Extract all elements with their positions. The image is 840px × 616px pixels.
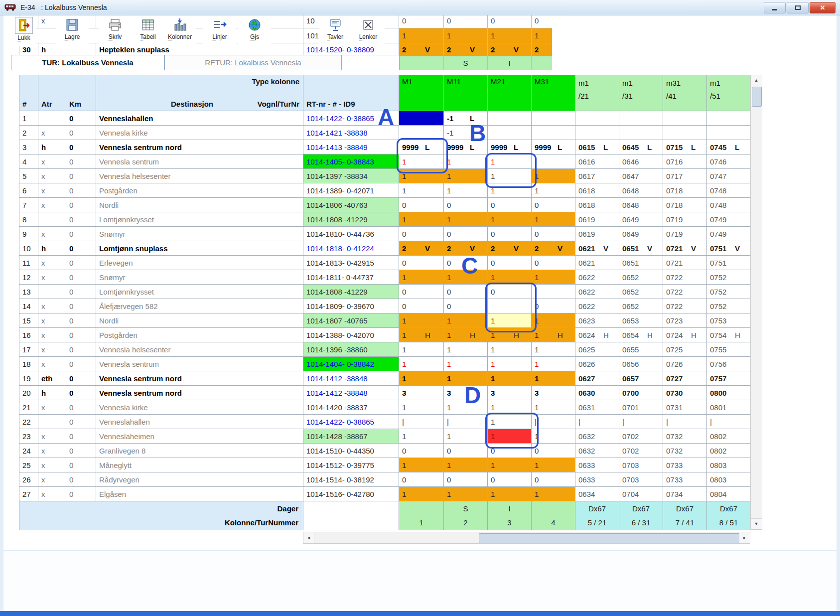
km-cell[interactable]: 0	[66, 458, 96, 472]
row-number-cell[interactable]: 6	[19, 183, 38, 198]
rt-id-cell[interactable]: 1014-1806 -40763	[303, 198, 399, 212]
attribute-cell[interactable]	[38, 111, 66, 126]
column-value-cell[interactable]: 0	[444, 285, 488, 299]
time-cell[interactable]: 0745L	[707, 140, 751, 154]
attribute-cell[interactable]: x	[38, 487, 66, 501]
destination-cell[interactable]: Postgården	[96, 183, 303, 198]
column-value-cell[interactable]: 1	[399, 313, 444, 328]
attribute-cell[interactable]	[38, 415, 66, 429]
column-value-cell[interactable]: 1	[444, 458, 488, 472]
time-cell[interactable]: 0624H	[575, 328, 619, 342]
time-cell[interactable]: 0645L	[619, 140, 663, 154]
km-cell[interactable]: 0	[66, 415, 96, 429]
attribute-cell[interactable]: x	[38, 299, 66, 313]
row-number-cell[interactable]: 4	[19, 154, 38, 169]
column-value-cell[interactable]: 0	[399, 256, 444, 270]
time-cell[interactable]: 0646	[619, 154, 663, 169]
column-value-cell[interactable]: 1	[532, 487, 575, 501]
rt-id-cell[interactable]: 1014-1412 -38848	[303, 386, 399, 400]
column-value-cell[interactable]: 0	[488, 198, 532, 212]
row-number-cell[interactable]: 25	[19, 458, 38, 472]
row-number-cell[interactable]: 12	[19, 270, 38, 285]
row-number-cell[interactable]: 17	[19, 342, 38, 357]
km-cell[interactable]: 0	[66, 299, 96, 313]
col-header-m31-41[interactable]: m31/41	[663, 75, 707, 111]
footer-column-number-cell[interactable]: 4	[532, 516, 575, 530]
attribute-cell[interactable]: eth	[38, 371, 66, 386]
time-cell[interactable]: 0748	[707, 183, 751, 198]
time-cell[interactable]	[663, 126, 707, 140]
column-value-cell[interactable]: 0	[488, 256, 532, 270]
column-value-cell[interactable]: 1	[532, 169, 575, 183]
column-value-cell[interactable]	[532, 111, 575, 126]
time-cell[interactable]: |	[663, 415, 707, 429]
km-cell[interactable]: 0	[66, 342, 96, 357]
destination-cell[interactable]: Venneslaheimen	[96, 429, 303, 444]
col-header-m1-31[interactable]: m1/31	[619, 75, 663, 111]
column-value-cell[interactable]: 1	[399, 429, 444, 444]
column-value-cell[interactable]: 0	[532, 444, 575, 458]
time-cell[interactable]: 0651	[619, 256, 663, 270]
time-cell[interactable]: 0733	[663, 458, 707, 472]
km-cell[interactable]: 0	[66, 169, 96, 183]
rt-id-cell[interactable]: 1014-1428 -38867	[303, 429, 399, 444]
row-number-cell[interactable]: 22	[19, 415, 38, 429]
rt-id-cell[interactable]: 1014-1813- 0-42915	[303, 256, 399, 270]
column-value-cell[interactable]: 1	[444, 487, 488, 501]
time-cell[interactable]: 0649	[619, 227, 663, 241]
tavler-button[interactable]: Tavler	[319, 17, 352, 46]
time-cell[interactable]: 0718	[663, 198, 707, 212]
time-cell[interactable]: 0717	[663, 169, 707, 183]
column-value-cell[interactable]: 1	[488, 212, 532, 227]
time-cell[interactable]: 0732	[663, 444, 707, 458]
destination-cell[interactable]: Nordli	[96, 198, 303, 212]
linjer-button[interactable]: Linjer	[203, 17, 236, 46]
rt-id-cell[interactable]: 1014-1510- 0-44350	[303, 444, 399, 458]
time-cell[interactable]: 0649	[619, 212, 663, 227]
destination-cell[interactable]: Vennesla kirke	[96, 400, 303, 415]
attribute-cell[interactable]: x	[38, 270, 66, 285]
row-number-cell[interactable]: 27	[19, 487, 38, 501]
rt-id-cell[interactable]: 1014-1413 -38849	[303, 140, 399, 154]
column-value-cell[interactable]: 1	[444, 169, 488, 183]
time-cell[interactable]: 0622	[575, 299, 619, 313]
rt-id-cell[interactable]: 1014-1404- 0-38842	[303, 357, 399, 371]
col-header-M31[interactable]: M31	[532, 75, 575, 111]
column-value-cell[interactable]: 0	[444, 299, 488, 313]
horizontal-scroll-thumb[interactable]	[479, 533, 740, 543]
column-value-cell[interactable]: 2V	[399, 241, 444, 256]
scroll-left-button[interactable]: ◄	[303, 532, 314, 543]
km-cell[interactable]: 0	[66, 371, 96, 386]
rt-id-cell[interactable]: 1014-1422- 0-38865	[303, 415, 399, 429]
destination-cell[interactable]: Rådyrvegen	[96, 472, 303, 487]
time-cell[interactable]: 0803	[707, 472, 751, 487]
col-header-M21[interactable]: M21	[488, 75, 532, 111]
time-cell[interactable]: 0751V	[707, 241, 751, 256]
scroll-up-button[interactable]: ▲	[751, 75, 762, 86]
km-cell[interactable]: 0	[66, 140, 96, 154]
column-value-cell[interactable]: 1	[532, 400, 575, 415]
km-cell[interactable]: 0	[66, 429, 96, 444]
column-value-cell[interactable]: 2V	[532, 241, 575, 256]
col-header-m1-51[interactable]: m1/51	[707, 75, 751, 111]
row-number-cell[interactable]: 21	[19, 400, 38, 415]
attribute-cell[interactable]	[38, 212, 66, 227]
column-value-cell[interactable]: 1	[444, 429, 488, 444]
time-cell[interactable]: 0632	[575, 444, 619, 458]
time-cell[interactable]: 0804	[707, 487, 751, 501]
row-number-cell[interactable]: 16	[19, 328, 38, 342]
km-cell[interactable]: 0	[66, 154, 96, 169]
time-cell[interactable]: 0731	[663, 400, 707, 415]
skriv-button[interactable]: Skriv	[99, 17, 132, 46]
km-cell[interactable]: 0	[66, 285, 96, 299]
lagre-button[interactable]: Lagre	[56, 17, 89, 46]
attribute-cell[interactable]: x	[38, 458, 66, 472]
footer-dx-cell[interactable]: Dx67	[575, 501, 619, 516]
rt-id-cell[interactable]: 1014-1818- 0-41224	[303, 241, 399, 256]
row-number-cell[interactable]: 15	[19, 313, 38, 328]
footer-turnr-cell[interactable]: 6 / 31	[619, 516, 663, 530]
time-cell[interactable]: |	[575, 415, 619, 429]
time-cell[interactable]: 0734	[663, 487, 707, 501]
rt-id-cell[interactable]: 1014-1396 -38860	[303, 342, 399, 357]
time-cell[interactable]: 0802	[707, 444, 751, 458]
